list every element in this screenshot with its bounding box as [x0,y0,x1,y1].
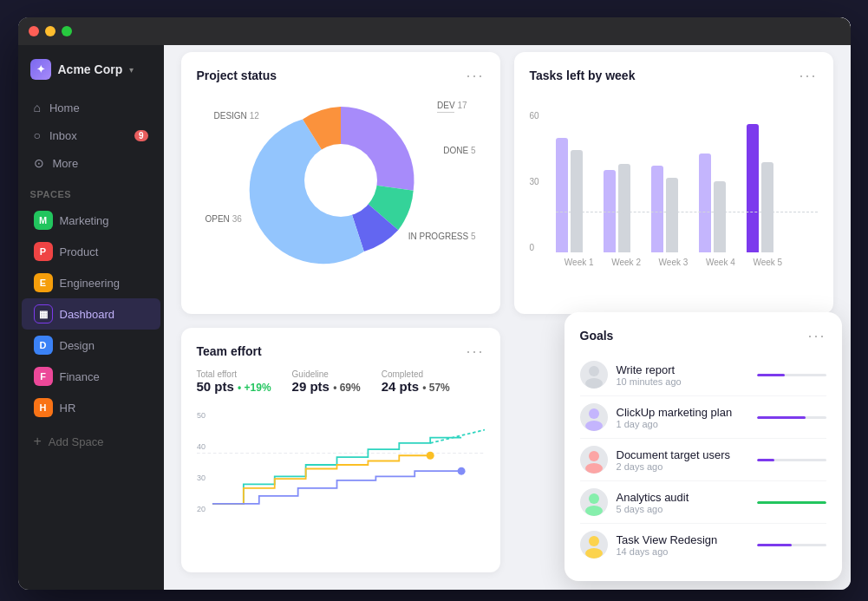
guideline [556,212,818,212]
y-label-40: 40 [197,442,206,451]
svg-point-2 [589,408,599,419]
team-effort-card: Team effort ··· Total effort 50 pts • +1… [181,328,500,572]
bar-w4-b [714,181,726,252]
effort-stats: Total effort 50 pts • +19% Guideline 29 … [197,369,485,394]
sidebar-item-label: Home [49,101,80,114]
tasks-left-title: Tasks left by week [530,69,636,82]
y-axis: 0 30 60 [530,111,539,252]
company-logo: ✦ [30,59,51,80]
project-status-more-button[interactable]: ··· [466,68,484,83]
sidebar-item-marketing[interactable]: M Marketing [22,205,160,236]
progress-fill-2 [757,416,806,419]
bar-w4-a [699,154,711,252]
goal-item-3: Document target users 2 days ago [580,439,826,481]
progress-fill-1 [757,374,785,376]
effort-chart-svg: 20 30 40 50 [197,404,485,526]
effort-chart: 20 30 40 50 [197,404,485,526]
bar-w1-b [571,150,583,252]
project-status-title: Project status [197,69,277,82]
pie-label-open: OPEN 36 [206,214,242,224]
more-icon: ⊙ [34,156,44,170]
bar-w5-a [747,124,759,252]
goals-more-button[interactable]: ··· [807,328,826,343]
bar-x-axis: Week 1 Week 2 Week 3 Week 4 Week 5 [530,252,818,267]
sidebar-item-home[interactable]: ⌂ Home [25,94,157,121]
goal-avatar-1 [580,361,608,389]
maximize-dot[interactable] [62,26,72,36]
main-content: Project status ··· [164,17,851,590]
sidebar-item-engineering[interactable]: E Engineering [22,267,160,298]
effort-guideline-line [212,455,429,504]
tasks-left-card: Tasks left by week ··· 0 30 60 [514,52,833,314]
bar-w2-b [618,164,630,252]
minimize-dot[interactable] [45,26,55,36]
bar-group-w1 [556,138,600,252]
progress-fill-4 [757,501,826,504]
bar-w3-a [651,166,663,252]
sidebar-item-label: Inbox [49,129,77,142]
bar-group-w4 [699,154,743,252]
goal-progress-4 [757,501,826,504]
bar-chart-area: 0 30 60 [530,94,818,252]
effort-stat-completed: Completed 24 pts • 57% [382,369,450,394]
inbox-icon: ○ [34,128,41,142]
sidebar-item-more[interactable]: ⊙ More [25,149,157,177]
space-icon-finance: F [34,367,53,386]
pie-label-inprogress: IN PROGRESS 5 [408,232,476,241]
svg-point-5 [585,463,603,474]
goals-title: Goals [580,329,614,343]
pie-center [304,144,377,217]
project-status-header: Project status ··· [197,68,485,83]
y-label-30: 30 [197,474,206,482]
team-effort-more-button[interactable]: ··· [466,343,484,359]
progress-fill-3 [757,459,774,461]
svg-point-3 [585,421,603,431]
svg-point-4 [589,451,599,461]
spaces-section-label: Spaces [18,180,164,205]
home-icon: ⌂ [34,101,41,114]
sidebar-item-product[interactable]: P Product [22,236,160,267]
space-icon-engineering: E [34,273,53,292]
bar-w5-b [761,162,773,252]
team-effort-header: Team effort ··· [197,343,485,359]
company-name: Acme Corp [58,62,123,76]
svg-point-7 [585,506,603,516]
space-icon-dashboard: ▦ [34,304,53,323]
sidebar-item-finance[interactable]: F Finance [22,361,160,392]
goal-item-5: Task View Redesign 14 days ago [580,524,826,565]
pie-label-done: DONE 5 [443,146,475,155]
goal-item-1: Write report 10 minutes ago [580,354,826,396]
goal-avatar-3 [580,446,608,474]
goal-avatar-2 [580,403,608,431]
sidebar-item-dashboard[interactable]: ▦ Dashboard [22,298,160,330]
company-header[interactable]: ✦ Acme Corp ▾ [18,45,164,90]
space-icon-hr: H [34,398,53,417]
goal-progress-1 [757,374,826,376]
sidebar-item-inbox[interactable]: ○ Inbox 9 [25,121,157,149]
goal-avatar-5 [580,531,608,559]
app-window: ✦ Acme Corp ▾ ⌂ Home ○ Inbox 9 ⊙ More Sp… [18,17,851,590]
svg-point-6 [589,493,599,504]
pie-chart: DEV 17 DONE 5 IN PROGRESS 5 OPEN 36 DESI… [197,94,485,267]
sidebar-item-label: More [53,157,79,170]
tasks-left-header: Tasks left by week ··· [530,68,818,83]
goal-item-2: ClickUp marketing plan 1 day ago [580,396,826,439]
sidebar: ✦ Acme Corp ▾ ⌂ Home ○ Inbox 9 ⊙ More Sp… [18,17,164,590]
add-space-button[interactable]: + Add Space [22,427,160,456]
sidebar-item-hr[interactable]: H HR [22,392,160,423]
title-bar [18,17,851,45]
space-icon-marketing: M [34,211,53,230]
close-dot[interactable] [29,26,39,36]
effort-blue-dot [457,467,465,475]
effort-projection [430,430,485,443]
sidebar-item-design[interactable]: D Design [22,330,160,361]
goal-progress-3 [757,459,826,461]
effort-stat-guideline: Guideline 29 pts • 69% [292,369,361,394]
svg-point-8 [589,536,599,546]
tasks-more-button[interactable]: ··· [799,68,817,83]
project-status-card: Project status ··· [181,52,500,314]
bar-w3-b [666,178,678,252]
progress-fill-5 [757,544,792,546]
goal-info-4: Analytics audit 5 days ago [617,491,748,514]
pie-label-dev: DEV 17 [437,101,467,113]
